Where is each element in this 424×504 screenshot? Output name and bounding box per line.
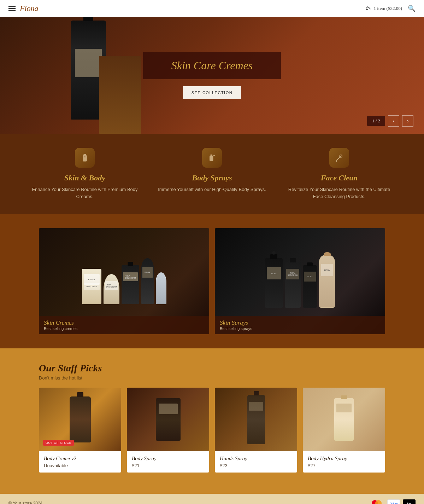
svg-rect-0 [84, 154, 86, 156]
product-bottle-4 [334, 398, 354, 441]
out-of-stock-badge: OUT OF STOCK [43, 440, 74, 446]
cart-text: 1 item ($32.00) [373, 6, 402, 11]
cart-button[interactable]: 🛍 1 item ($32.00) [366, 5, 402, 12]
brand-name: Fiona [20, 4, 39, 13]
product-name-3: Hands Spray [220, 456, 292, 462]
body-sprays-desc: Immerse Yourself with our High-Quality B… [155, 186, 269, 193]
header-right: 🛍 1 item ($32.00) 🔍 [366, 5, 416, 12]
svg-rect-3 [210, 155, 212, 156]
categories-section: Skin & Body Enhance Your Skincare Routin… [0, 134, 424, 214]
product-info-3: Hands Spray $23 [215, 451, 297, 473]
product-price-3: $23 [220, 463, 292, 468]
product-name-1: Body Creme v2 [44, 456, 116, 462]
sprays-visual: FIONA FIONASKIN SPRAY FIONA FIONA [258, 248, 342, 315]
search-icon[interactable]: 🔍 [408, 5, 416, 12]
applepay-icon: Pay [403, 499, 416, 504]
product-info-1: Body Creme v2 Unavailable [39, 451, 121, 473]
product-name-2: Body Spray [132, 456, 204, 462]
skin-body-icon-wrap [75, 148, 95, 168]
product-card-body-creme-v2[interactable]: OUT OF STOCK Body Creme v2 Unavailable [39, 388, 121, 473]
skin-body-title: Skin & Body [28, 173, 141, 183]
hero-navigation: 1 / 2 ‹ › [367, 115, 413, 127]
svg-rect-4 [210, 156, 213, 161]
cremes-title: Skin Cremes [44, 319, 204, 326]
staff-picks-section: Our Staff Picks Don't miss the hot list … [0, 348, 424, 494]
product-info-2: Body Spray $21 [127, 451, 209, 473]
product-card-body-hydra-spray[interactable]: Body Hydra Spray $27 [303, 388, 385, 473]
sprays-sub: Best selling sprays [220, 326, 380, 331]
product-card-body-spray[interactable]: Body Spray $21 [127, 388, 209, 473]
product-bottle-3 [247, 395, 265, 444]
staff-picks-header: Our Staff Picks Don't miss the hot list [39, 363, 385, 381]
product-image-1: OUT OF STOCK [39, 388, 121, 451]
face-clean-desc: Revitalize Your Skincare Routine with th… [283, 186, 396, 200]
product-price-4: $27 [308, 463, 380, 468]
category-face-clean[interactable]: Face Clean Revitalize Your Skincare Rout… [283, 148, 396, 200]
cart-icon: 🛍 [366, 5, 371, 12]
body-sprays-icon-wrap [202, 148, 222, 168]
svg-rect-2 [84, 157, 86, 157]
cremes-sub: Best selling cremes [44, 326, 204, 331]
staff-picks-title: Our Staff Picks [39, 363, 385, 374]
products-grid: OUT OF STOCK Body Creme v2 Unavailable B… [39, 388, 385, 473]
bottle-icon [80, 153, 90, 163]
hero-box [99, 56, 141, 134]
mastercard-icon [372, 499, 384, 504]
product-image-2 [127, 388, 209, 451]
body-sprays-title: Body Sprays [155, 173, 269, 183]
product-bottle-2 [156, 398, 181, 441]
cremes-visual: FIONA SKIN CREAM FIONASKIN CREAM FIONASK… [75, 251, 173, 311]
featured-skin-cremes[interactable]: FIONA SKIN CREAM FIONASKIN CREAM FIONASK… [39, 228, 209, 334]
hero-next-button[interactable]: › [402, 115, 413, 127]
hero-section: Skin Care Cremes SEE COLLECTION 1 / 2 ‹ … [0, 17, 424, 134]
featured-section: FIONA SKIN CREAM FIONASKIN CREAM FIONASK… [0, 214, 424, 348]
svg-rect-1 [83, 155, 87, 162]
category-skin-body[interactable]: Skin & Body Enhance Your Skincare Routin… [28, 148, 141, 200]
svg-point-6 [214, 155, 214, 156]
product-bottle-1 [70, 396, 91, 442]
header-left: Fiona [8, 4, 39, 13]
footer: © Your store 2024 G Pay Pay [0, 494, 424, 504]
hero-center: Skin Care Cremes SEE COLLECTION [143, 52, 281, 99]
product-price-2: $21 [132, 463, 204, 468]
svg-point-8 [340, 155, 342, 157]
skin-body-desc: Enhance Your Skincare Routine with Premi… [28, 186, 141, 200]
menu-button[interactable] [8, 6, 16, 11]
hero-counter: 1 / 2 [367, 116, 385, 126]
product-card-hands-spray[interactable]: Hands Spray $23 [215, 388, 297, 473]
featured-cremes-label: Skin Cremes Best selling cremes [39, 316, 209, 334]
gpay-icon: G Pay [387, 499, 400, 504]
see-collection-button[interactable]: SEE COLLECTION [183, 86, 241, 99]
face-clean-icon-wrap [329, 148, 349, 168]
header: Fiona 🛍 1 item ($32.00) 🔍 [0, 0, 424, 17]
hero-title: Skin Care Cremes [171, 59, 253, 72]
product-name-4: Body Hydra Spray [308, 456, 380, 462]
product-info-4: Body Hydra Spray $27 [303, 451, 385, 473]
footer-copyright: © Your store 2024 [8, 501, 42, 504]
bottle-label [75, 49, 102, 77]
product-price-1: Unavailable [44, 463, 116, 468]
spray-icon [207, 153, 217, 163]
sprays-title: Skin Sprays [220, 319, 380, 326]
face-clean-title: Face Clean [283, 173, 396, 183]
featured-skin-sprays[interactable]: FIONA FIONASKIN SPRAY FIONA FIONA Skin S… [215, 228, 385, 334]
hero-title-box: Skin Care Cremes [143, 52, 281, 79]
hero-prev-button[interactable]: ‹ [388, 115, 399, 127]
staff-picks-subtitle: Don't miss the hot list [39, 375, 385, 381]
featured-sprays-label: Skin Sprays Best selling sprays [215, 316, 385, 334]
product-image-4 [303, 388, 385, 451]
brush-icon [334, 153, 344, 163]
product-image-3 [215, 388, 297, 451]
category-body-sprays[interactable]: Body Sprays Immerse Yourself with our Hi… [155, 148, 269, 193]
payment-icons: G Pay Pay [372, 499, 416, 504]
